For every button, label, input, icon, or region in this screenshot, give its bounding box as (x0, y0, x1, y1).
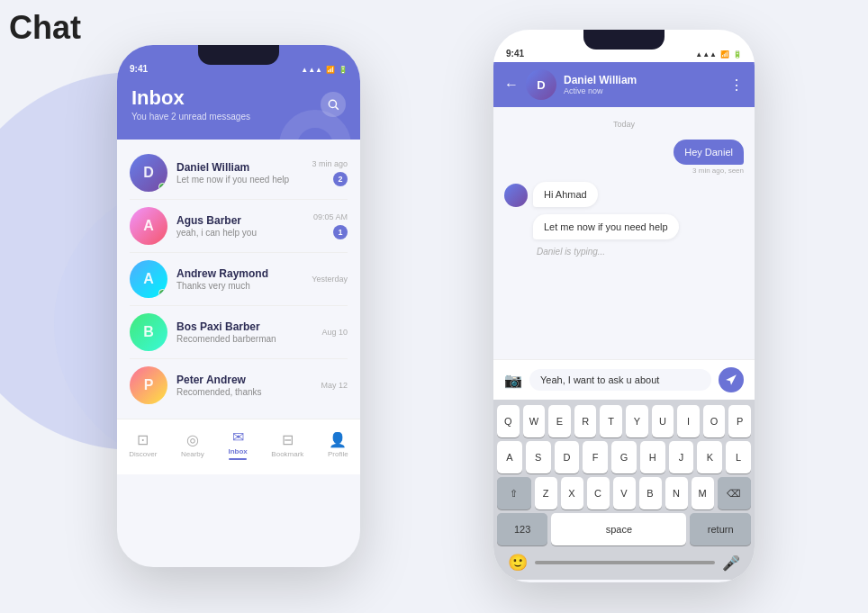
key-shift[interactable]: ⇧ (497, 477, 531, 509)
key-123[interactable]: 123 (497, 513, 547, 545)
avatar-4: P (130, 366, 167, 404)
chat-meta-0: 3 min ago 2 (312, 159, 348, 186)
keyboard: Q W E R T Y U I O P A S D F G H J K L ⇧ … (493, 400, 755, 580)
chat-item-4[interactable]: P Peter Andrew Recomended, thanks May 12 (117, 359, 360, 411)
key-e[interactable]: E (548, 405, 571, 437)
key-a[interactable]: A (497, 441, 522, 473)
inbox-title: Inbox (131, 86, 250, 110)
mic-button[interactable]: 🎤 (722, 554, 740, 572)
chat-header: ← D Daniel William Active now ⋮ (493, 62, 755, 107)
chat-preview-2: Thanks very much (176, 281, 312, 291)
avatar-3: B (130, 313, 167, 351)
nav-nearby-label: Nearby (181, 450, 204, 458)
key-return[interactable]: return (690, 513, 751, 545)
nav-profile[interactable]: 👤 Profile (322, 429, 354, 460)
msg-row-received-1: Let me now if you need help (504, 214, 744, 239)
key-d[interactable]: D (555, 441, 580, 473)
badge-1: 1 (333, 225, 348, 239)
chat-info-1: Agus Barber yeah, i can help you (176, 214, 313, 238)
chat-time-0: 3 min ago (312, 159, 348, 168)
nav-discover[interactable]: ⊡ Discover (123, 429, 162, 460)
key-z[interactable]: Z (535, 477, 557, 509)
nav-inbox[interactable]: ✉ Inbox (222, 427, 252, 462)
chat-info-2: Andrew Raymond Thanks very much (176, 267, 312, 291)
chat-header-avatar: D (526, 69, 556, 100)
key-r[interactable]: R (574, 405, 597, 437)
chat-time-4: May 12 (321, 381, 348, 390)
badge-0: 2 (333, 172, 348, 186)
key-n[interactable]: N (665, 477, 688, 509)
message-input[interactable] (529, 369, 711, 391)
key-row-2: ⇧ Z X C V B N M ⌫ (497, 477, 751, 509)
sent-bubble-0: Hey Daniel (674, 140, 744, 165)
chat-meta-4: May 12 (321, 381, 348, 390)
key-t[interactable]: T (600, 405, 622, 437)
key-u[interactable]: U (652, 405, 674, 437)
chat-name-2: Andrew Raymond (176, 267, 312, 280)
key-h[interactable]: H (640, 441, 665, 473)
chat-item-3[interactable]: B Bos Paxi Barber Recomended barberman A… (117, 306, 360, 358)
left-phone: 9:41 ▲▲▲ 📶 🔋 Inbox You have 2 unread mes… (117, 45, 360, 567)
chat-time-3: Aug 10 (321, 328, 348, 337)
nav-inbox-label: Inbox (228, 447, 247, 455)
key-y[interactable]: Y (626, 405, 648, 437)
chat-name-0: Daniel William (176, 161, 312, 174)
sent-msg-group-0: Hey Daniel 3 min ago, seen (674, 140, 744, 175)
inbox-icon: ✉ (232, 428, 244, 446)
message-area: Today Hey Daniel 3 min ago, seen Hi Ahma… (493, 107, 755, 359)
back-button[interactable]: ← (504, 77, 519, 93)
left-phone-notch (198, 45, 279, 65)
key-m[interactable]: M (692, 477, 714, 509)
key-space[interactable]: space (551, 513, 686, 545)
search-button[interactable] (321, 92, 346, 117)
key-w[interactable]: W (523, 405, 546, 437)
more-options-button[interactable]: ⋮ (729, 77, 744, 94)
sent-time-0: 3 min ago, seen (674, 167, 744, 175)
home-indicator (535, 561, 715, 564)
key-backspace[interactable]: ⌫ (718, 477, 752, 509)
send-button[interactable] (719, 367, 744, 392)
nav-nearby[interactable]: ◎ Nearby (176, 429, 210, 460)
chat-meta-3: Aug 10 (321, 328, 348, 337)
key-row-1: A S D F G H J K L (497, 441, 751, 473)
chat-name-4: Peter Andrew (176, 374, 321, 386)
camera-button[interactable]: 📷 (504, 372, 522, 389)
key-l[interactable]: L (726, 441, 751, 473)
chat-info-4: Peter Andrew Recomended, thanks (176, 374, 321, 397)
chat-time-2: Yesterday (312, 275, 348, 284)
nav-bookmark[interactable]: ⊟ Bookmark (266, 429, 309, 460)
emoji-button[interactable]: 🙂 (508, 553, 528, 572)
key-c[interactable]: C (587, 477, 610, 509)
chat-item-1[interactable]: A Agus Barber yeah, i can help you 09:05… (117, 200, 360, 252)
key-j[interactable]: J (669, 441, 694, 473)
key-k[interactable]: K (697, 441, 722, 473)
received-avatar-0 (504, 184, 528, 207)
key-v[interactable]: V (613, 477, 636, 509)
right-status-time: 9:41 (506, 49, 524, 59)
inbox-header: Inbox You have 2 unread messages (117, 77, 360, 140)
chat-preview-4: Recomended, thanks (176, 387, 321, 397)
key-f[interactable]: F (583, 441, 608, 473)
chat-name-3: Bos Paxi Barber (176, 320, 321, 333)
avatar-0: D (130, 154, 167, 192)
chat-time-1: 09:05 AM (313, 212, 348, 221)
chat-item-0[interactable]: D Daniel William Let me now if you need … (117, 147, 360, 199)
chat-header-status: Active now (564, 86, 722, 95)
bookmark-icon: ⊟ (282, 431, 294, 448)
chat-preview-3: Recomended barberman (176, 334, 321, 344)
key-o[interactable]: O (703, 405, 726, 437)
key-x[interactable]: X (561, 477, 583, 509)
key-s[interactable]: S (526, 441, 551, 473)
chat-item-2[interactable]: A Andrew Raymond Thanks very much Yester… (117, 253, 360, 305)
chat-header-name: Daniel William (564, 74, 722, 86)
left-status-time: 9:41 (130, 64, 148, 74)
nearby-icon: ◎ (186, 431, 199, 448)
input-area: 📷 (493, 359, 755, 400)
key-i[interactable]: I (677, 405, 700, 437)
key-b[interactable]: B (639, 477, 662, 509)
key-q[interactable]: Q (497, 405, 520, 437)
chat-header-info: Daniel William Active now (564, 74, 722, 95)
inbox-header-row: Inbox You have 2 unread messages (131, 86, 346, 122)
key-p[interactable]: P (728, 405, 751, 437)
key-g[interactable]: G (611, 441, 637, 473)
